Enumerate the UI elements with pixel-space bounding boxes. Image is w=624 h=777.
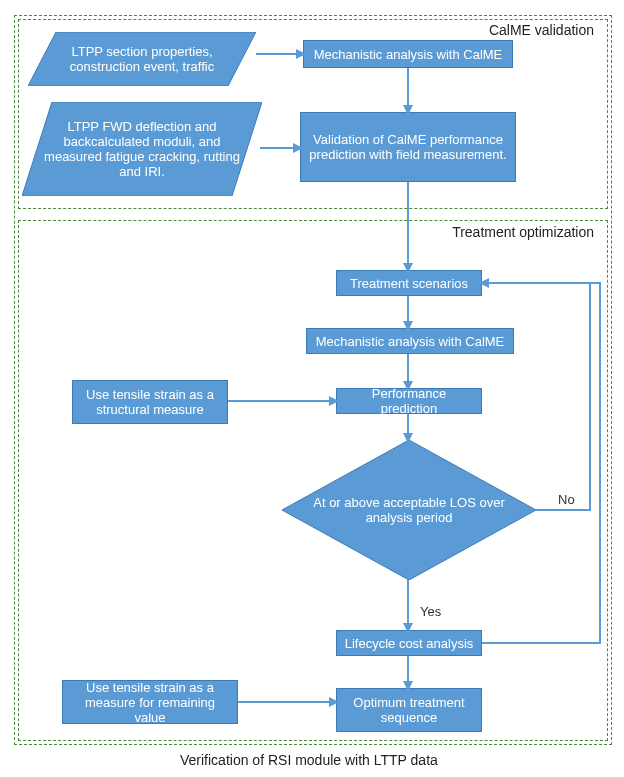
svg-marker-8: [293, 143, 303, 153]
svg-marker-16: [329, 396, 339, 406]
flowchart-canvas: CalME validation Treatment optimization …: [0, 0, 624, 777]
svg-marker-14: [403, 381, 413, 391]
svg-marker-19: [479, 278, 489, 288]
svg-marker-25: [329, 697, 339, 707]
svg-marker-4: [296, 49, 306, 59]
svg-marker-6: [403, 105, 413, 115]
svg-marker-10: [403, 263, 413, 273]
arrows-layer: [0, 0, 624, 777]
svg-marker-23: [403, 681, 413, 691]
svg-marker-21: [403, 623, 413, 633]
svg-marker-18: [403, 433, 413, 443]
svg-marker-12: [403, 321, 413, 331]
